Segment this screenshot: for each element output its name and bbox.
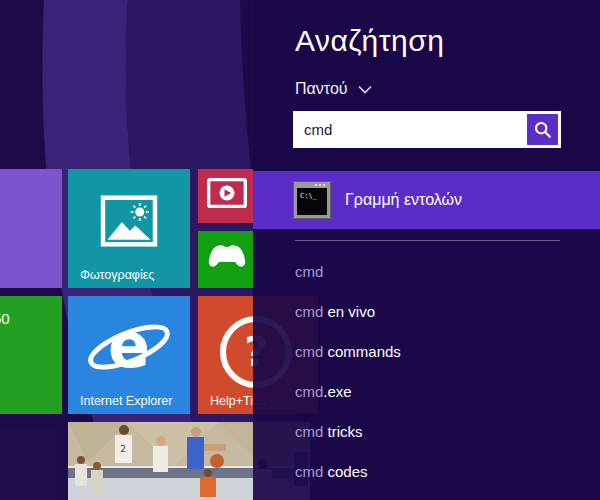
svg-text:2: 2 — [120, 444, 126, 454]
search-box — [293, 111, 561, 148]
tile-ie-label: Internet Explorer — [80, 394, 172, 408]
tile-photos-label: Φωτογραφίες — [80, 268, 154, 282]
tile-score[interactable]: 50 — [0, 296, 62, 414]
video-player-icon — [207, 178, 247, 208]
suggestion-typed-part: cmd — [295, 463, 323, 480]
search-input[interactable] — [293, 111, 530, 148]
suggestion-item[interactable]: cmd codes — [295, 451, 585, 491]
suggestion-completion-part: .exe — [323, 383, 351, 400]
suggestions-separator — [295, 240, 560, 241]
tile-photos[interactable]: Φωτογραφίες — [68, 169, 190, 288]
search-panel-title: Αναζήτηση — [295, 24, 444, 58]
suggestion-item[interactable]: cmd tricks — [295, 411, 585, 451]
suggestion-completion-part: commands — [323, 343, 401, 360]
suggestion-completion-part: en vivo — [323, 303, 375, 320]
window-buttons-dots — [323, 184, 325, 186]
tile-video[interactable] — [198, 169, 256, 223]
dimmed-tile-hint — [0, 428, 57, 500]
svg-text:e: e — [108, 309, 150, 382]
suggestion-completion-part: codes — [323, 463, 367, 480]
magnifier-icon — [533, 120, 552, 139]
tile-partial-left[interactable] — [0, 169, 62, 288]
search-button[interactable] — [527, 114, 558, 145]
internet-explorer-icon: e — [83, 309, 175, 387]
command-prompt-screen-text: C:\_ — [297, 188, 327, 215]
tile-internet-explorer[interactable]: e Internet Explorer — [68, 296, 190, 414]
windows-start-search-screen: Φωτογραφίες 50 e Internet Explorer ? Hel… — [0, 0, 600, 500]
suggestion-typed-part: cmd — [295, 343, 323, 360]
photos-icon — [100, 195, 158, 247]
suggestion-list: cmd cmd en vivo cmd commands cmd.exe cmd… — [295, 251, 585, 491]
suggestion-typed-part: cmd — [295, 263, 323, 280]
suggestion-item[interactable]: cmd — [295, 251, 585, 291]
suggestion-typed-part: cmd — [295, 383, 323, 400]
suggestion-completion-part: tricks — [323, 423, 362, 440]
chevron-down-icon — [358, 85, 372, 94]
suggestion-item[interactable]: cmd.exe — [295, 371, 585, 411]
suggestion-typed-part: cmd — [295, 303, 323, 320]
tile-score-value: 50 — [0, 310, 10, 327]
tile-xbox-games[interactable] — [198, 231, 256, 288]
search-scope-label: Παντού — [295, 80, 348, 98]
search-panel: Αναζήτηση Παντού C:\_ Γραμμή εντολών — [253, 0, 600, 500]
suggestion-item[interactable]: cmd commands — [295, 331, 585, 371]
command-prompt-icon: C:\_ — [293, 181, 331, 219]
search-scope-dropdown[interactable]: Παντού — [295, 79, 372, 99]
top-result-command-prompt[interactable]: C:\_ Γραμμή εντολών — [253, 171, 600, 229]
suggestion-item[interactable]: cmd en vivo — [295, 291, 585, 331]
xbox-controller-icon — [207, 243, 247, 270]
top-result-label: Γραμμή εντολών — [345, 191, 462, 209]
suggestion-typed-part: cmd — [295, 423, 323, 440]
